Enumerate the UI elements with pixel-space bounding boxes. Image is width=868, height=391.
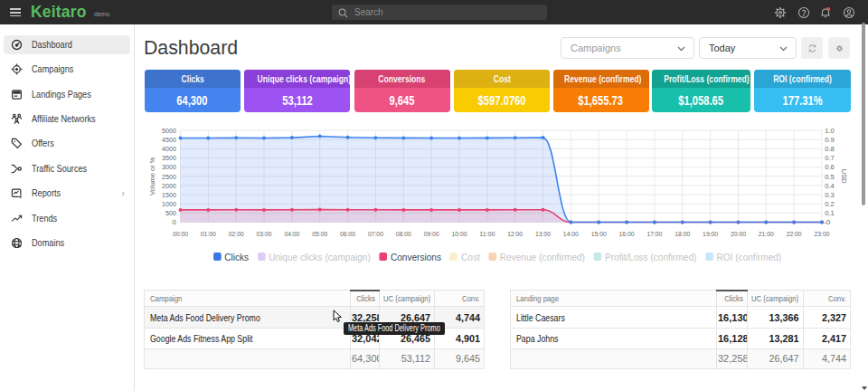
svg-text:0.6: 0.6 (825, 163, 835, 171)
svg-text:16:00: 16:00 (619, 230, 635, 238)
svg-text:0.8: 0.8 (825, 145, 835, 153)
svg-text:0.3: 0.3 (825, 191, 835, 199)
svg-text:5000: 5000 (162, 127, 176, 135)
svg-text:23:00: 23:00 (815, 230, 830, 238)
svg-text:0.9: 0.9 (825, 136, 835, 144)
svg-text:3000: 3000 (162, 163, 176, 171)
svg-text:13:00: 13:00 (535, 230, 551, 238)
svg-text:500: 500 (165, 209, 176, 217)
svg-text:12:00: 12:00 (507, 230, 523, 238)
svg-text:15:00: 15:00 (591, 230, 607, 238)
svg-text:05:00: 05:00 (312, 230, 327, 238)
svg-text:3500: 3500 (162, 154, 176, 162)
svg-text:19:00: 19:00 (703, 230, 718, 238)
svg-text:0.7: 0.7 (825, 154, 835, 162)
svg-text:06:00: 06:00 (340, 230, 355, 238)
svg-text:21:00: 21:00 (759, 230, 774, 238)
svg-text:4500: 4500 (162, 136, 176, 144)
svg-text:11:00: 11:00 (479, 230, 495, 238)
svg-text:-0: -0 (824, 218, 831, 226)
svg-text:17:00: 17:00 (646, 230, 662, 238)
svg-text:07:00: 07:00 (368, 230, 383, 238)
svg-text:22:00: 22:00 (787, 230, 802, 238)
svg-text:18:00: 18:00 (675, 230, 690, 238)
svg-text:02:00: 02:00 (229, 230, 244, 238)
svg-text:20:00: 20:00 (731, 230, 746, 238)
svg-text:0.1: 0.1 (825, 209, 835, 217)
svg-text:1000: 1000 (162, 200, 176, 208)
svg-text:0: 0 (173, 218, 177, 226)
svg-text:USD: USD (840, 169, 848, 184)
svg-text:0.5: 0.5 (825, 173, 835, 181)
svg-text:2000: 2000 (162, 182, 176, 190)
svg-text:1.0: 1.0 (825, 127, 835, 135)
svg-text:03:00: 03:00 (257, 230, 272, 238)
svg-text:00:00: 00:00 (173, 230, 188, 238)
svg-text:0.2: 0.2 (825, 200, 835, 208)
svg-text:04:00: 04:00 (284, 230, 299, 238)
svg-text:14:00: 14:00 (563, 230, 579, 238)
svg-text:10:00: 10:00 (451, 230, 467, 238)
svg-text:0.4: 0.4 (825, 182, 835, 190)
svg-text:08:00: 08:00 (396, 230, 411, 238)
svg-text:Volume or %: Volume or % (148, 157, 156, 196)
svg-text:2500: 2500 (162, 173, 176, 181)
svg-text:01:00: 01:00 (201, 230, 216, 238)
svg-text:4000: 4000 (162, 145, 176, 153)
svg-text:09:00: 09:00 (424, 230, 439, 238)
svg-text:1500: 1500 (162, 191, 176, 199)
